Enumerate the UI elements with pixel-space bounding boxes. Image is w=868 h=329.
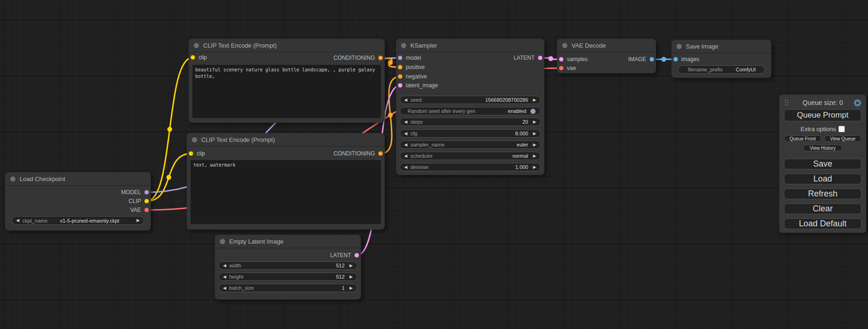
seed-widget[interactable]: ◀ seed 156680208700286 ▶ (400, 96, 541, 104)
prompt-textarea[interactable]: text, watermark (191, 160, 381, 224)
denoise-widget[interactable]: ◀ denoise 1.000 ▶ (400, 163, 541, 171)
decrement-arrow-icon[interactable]: ◀ (14, 218, 21, 223)
queue-prompt-button[interactable]: Queue Prompt (784, 109, 861, 121)
increment-arrow-icon[interactable]: ▶ (531, 98, 538, 102)
decrement-arrow-icon[interactable]: ◀ (402, 154, 409, 158)
input-slot-positive: positive (398, 63, 425, 72)
collapse-dot-icon[interactable] (677, 44, 682, 49)
node-title-bar[interactable]: Load Checkpoint (5, 172, 151, 186)
increment-arrow-icon[interactable]: ▶ (531, 165, 538, 169)
conditioning-output-port[interactable] (378, 56, 383, 60)
save-button[interactable]: Save (784, 159, 861, 169)
decrement-arrow-icon[interactable]: ◀ (221, 264, 228, 268)
node-clip-text-encode-negative[interactable]: CLIP Text Encode (Prompt) clip CONDITION… (187, 133, 385, 230)
slot-label: LATENT (330, 252, 351, 259)
node-load-checkpoint[interactable]: Load Checkpoint MODEL CLIP VAE ◀ ckpt_na… (5, 172, 151, 231)
queue-front-button[interactable]: Queue Front (784, 135, 821, 142)
node-title-bar[interactable]: KSampler (396, 39, 544, 52)
vae-input-port[interactable] (559, 66, 564, 70)
collapse-dot-icon[interactable] (220, 239, 225, 244)
drag-handle-icon[interactable] (785, 100, 789, 107)
latent-image-input-port[interactable] (398, 83, 402, 88)
output-slot-latent: LATENT (330, 251, 359, 260)
toggle-dot-icon[interactable] (530, 109, 536, 114)
node-save-image[interactable]: Save Image images filename_prefix ComfyU… (671, 40, 771, 78)
batch-size-widget[interactable]: ◀ batch_size 1 ▶ (219, 284, 357, 292)
positive-input-port[interactable] (398, 65, 402, 70)
increment-arrow-icon[interactable]: ▶ (348, 275, 354, 279)
sampler-name-widget[interactable]: ◀ sampler_name euler ▶ (400, 140, 541, 149)
increment-arrow-icon[interactable]: ▶ (531, 120, 538, 124)
node-ksampler[interactable]: KSampler model positive negative latent_… (396, 39, 544, 175)
decrement-arrow-icon[interactable]: ◀ (402, 98, 409, 102)
settings-gear-icon[interactable] (854, 99, 861, 107)
decrement-arrow-icon[interactable]: ◀ (402, 120, 409, 124)
node-title-bar[interactable]: Empty Latent Image (215, 235, 361, 248)
extra-options-label: Extra options (801, 126, 836, 133)
images-input-port[interactable] (673, 57, 678, 62)
collapse-dot-icon[interactable] (192, 137, 197, 142)
clip-output-port[interactable] (144, 199, 149, 203)
widget-label: steps (409, 119, 423, 125)
collapse-dot-icon[interactable] (401, 43, 406, 48)
refresh-button[interactable]: Refresh (784, 189, 861, 199)
prompt-textarea[interactable]: beautiful scenery nature glass bottle la… (192, 65, 381, 118)
width-widget[interactable]: ◀ width 512 ▶ (219, 261, 357, 270)
collapse-dot-icon[interactable] (10, 176, 15, 182)
height-widget[interactable]: ◀ height 512 ▶ (219, 273, 357, 281)
clip-input-port[interactable] (189, 151, 193, 156)
node-clip-text-encode-positive[interactable]: CLIP Text Encode (Prompt) clip CONDITION… (189, 39, 385, 123)
decrement-arrow-icon[interactable]: ◀ (221, 286, 228, 290)
decrement-arrow-icon[interactable]: ◀ (402, 143, 409, 147)
node-title: CLIP Text Encode (Prompt) (203, 42, 277, 49)
decrement-arrow-icon[interactable]: ◀ (402, 165, 409, 169)
conditioning-output-port[interactable] (378, 151, 383, 156)
filename-prefix-widget[interactable]: filename_prefix ComfyUI (678, 65, 765, 74)
node-graph-canvas[interactable]: Load Checkpoint MODEL CLIP VAE ◀ ckpt_na… (0, 0, 868, 329)
increment-arrow-icon[interactable]: ▶ (531, 132, 538, 136)
widget-label: Random seed after every gen (405, 108, 475, 114)
image-output-port[interactable] (649, 57, 654, 62)
output-slot-conditioning: CONDITIONING (333, 53, 383, 63)
node-title-bar[interactable]: VAE Decode (557, 39, 656, 52)
ckpt-name-widget[interactable]: ◀ ckpt_name v1-5-pruned-emaonly.ckpt ▶ (12, 216, 144, 225)
decrement-arrow-icon[interactable]: ◀ (402, 132, 409, 136)
increment-arrow-icon[interactable]: ▶ (135, 218, 141, 223)
load-default-button[interactable]: Load Default (784, 218, 861, 229)
slot-label: IMAGE (628, 56, 646, 63)
view-history-button[interactable]: View History (803, 145, 842, 151)
node-title-bar[interactable]: CLIP Text Encode (Prompt) (187, 133, 385, 147)
model-input-port[interactable] (398, 56, 402, 60)
increment-arrow-icon[interactable]: ▶ (348, 286, 354, 290)
slot-label: CONDITIONING (333, 150, 375, 157)
decrement-arrow-icon[interactable]: ◀ (221, 275, 228, 279)
increment-arrow-icon[interactable]: ▶ (531, 143, 538, 147)
node-title-bar[interactable]: CLIP Text Encode (Prompt) (189, 39, 385, 52)
scheduler-widget[interactable]: ◀ scheduler normal ▶ (400, 152, 541, 160)
extra-options-checkbox[interactable] (839, 126, 845, 132)
input-slot-vae: vae (559, 63, 576, 73)
random-seed-toggle-widget[interactable]: Random seed after every gen enabled (400, 107, 541, 115)
node-title-bar[interactable]: Save Image (671, 40, 771, 53)
increment-arrow-icon[interactable]: ▶ (531, 154, 538, 158)
model-output-port[interactable] (144, 190, 149, 195)
collapse-dot-icon[interactable] (562, 43, 567, 48)
view-queue-button[interactable]: View Queue (824, 135, 861, 142)
samples-input-port[interactable] (559, 57, 564, 62)
vae-output-port[interactable] (144, 208, 149, 212)
cfg-widget[interactable]: ◀ cfg 8.000 ▶ (400, 129, 541, 138)
increment-arrow-icon[interactable]: ▶ (348, 264, 354, 268)
node-vae-decode[interactable]: VAE Decode samples vae IMAGE (557, 39, 656, 73)
input-slot-clip: clip (189, 149, 205, 158)
clip-input-port[interactable] (191, 55, 195, 60)
latent-output-port[interactable] (354, 253, 359, 258)
steps-widget[interactable]: ◀ steps 20 ▶ (400, 118, 541, 126)
clear-button[interactable]: Clear (784, 203, 861, 214)
collapse-dot-icon[interactable] (194, 43, 199, 48)
negative-input-port[interactable] (398, 74, 402, 79)
latent-output-port[interactable] (538, 56, 543, 60)
node-title: Save Image (686, 43, 718, 50)
load-button[interactable]: Load (784, 174, 861, 184)
output-slot-model: MODEL (121, 188, 149, 197)
node-empty-latent-image[interactable]: Empty Latent Image LATENT ◀ width 512 ▶ … (215, 235, 361, 300)
